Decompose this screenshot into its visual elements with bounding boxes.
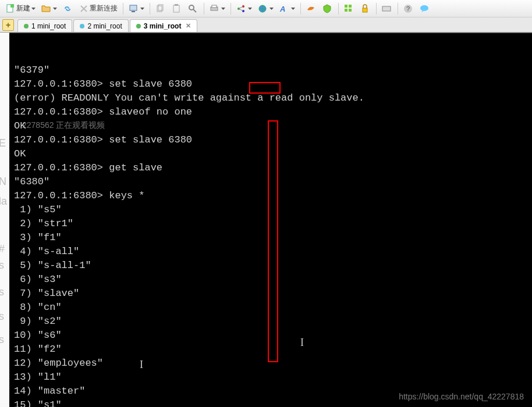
svg-point-27 [420, 5, 428, 11]
paste-button[interactable] [169, 3, 185, 15]
svg-rect-11 [212, 5, 217, 8]
chevron-down-icon [53, 8, 57, 10]
svg-rect-7 [175, 4, 178, 6]
close-icon[interactable]: ✕ [186, 22, 191, 30]
main-toolbar: 新建 重新连接 A ? [0, 0, 532, 17]
tab-label: 3 mini_root [144, 22, 182, 30]
lock-icon [360, 4, 370, 13]
search-button[interactable] [186, 3, 201, 15]
toolbar-separator [398, 3, 398, 15]
tab-1[interactable]: 1 mini_root [17, 19, 72, 32]
terminal-output: "6379"127.0.0.1:6380> set slave 6380(err… [14, 63, 527, 407]
tab-2[interactable]: 2 mini_root [73, 19, 128, 32]
svg-rect-1 [10, 4, 14, 8]
reconnect-button-label: 重新连接 [90, 3, 118, 13]
add-tab-button[interactable]: + [2, 19, 14, 31]
toolbar-separator [150, 3, 150, 15]
new-button[interactable]: 新建 [3, 2, 38, 15]
bird-button[interactable] [304, 3, 319, 15]
help-icon: ? [403, 4, 413, 13]
keyboard-button[interactable] [380, 3, 395, 15]
keyboard-icon [382, 4, 391, 13]
background-fragment: E N la # s s s s [0, 33, 9, 407]
new-file-icon [6, 4, 15, 13]
shield-icon [322, 4, 332, 13]
chevron-down-icon [140, 8, 144, 10]
chat-icon [420, 4, 429, 13]
svg-point-8 [189, 5, 194, 10]
status-dot-icon [136, 24, 141, 28]
toolbar-separator [204, 3, 204, 15]
copy-icon [155, 4, 165, 13]
svg-rect-3 [132, 11, 135, 12]
reconnect-button[interactable]: 重新连接 [77, 2, 120, 15]
link-button[interactable] [61, 3, 76, 15]
svg-rect-2 [130, 5, 137, 10]
chevron-down-icon [269, 8, 274, 10]
svg-rect-22 [349, 9, 352, 12]
toolbar-separator [338, 3, 339, 15]
svg-line-15 [239, 6, 243, 9]
tab-label: 1 mini_root [31, 22, 66, 30]
toolbar-separator [376, 3, 377, 15]
chevron-down-icon [221, 8, 225, 10]
svg-rect-21 [345, 9, 347, 12]
bird-icon [306, 4, 315, 13]
monitor-icon [129, 4, 138, 13]
svg-line-16 [239, 9, 243, 11]
tab-label: 2 mini_root [87, 22, 122, 30]
svg-text:?: ? [406, 5, 410, 12]
search-icon [188, 4, 197, 13]
watermark-text: https://blog.csdn.net/qq_42227818 [399, 390, 524, 404]
globe-button[interactable] [256, 3, 276, 15]
svg-text:A: A [279, 5, 285, 13]
reconnect-icon [79, 4, 88, 13]
chat-button[interactable] [417, 3, 432, 15]
font-icon: A [279, 4, 289, 13]
svg-line-9 [193, 9, 196, 12]
status-dot-icon [24, 24, 29, 28]
font-button[interactable]: A [277, 3, 297, 15]
security-button[interactable] [320, 3, 335, 15]
folder-open-button[interactable] [39, 3, 59, 15]
new-button-label: 新建 [16, 3, 30, 13]
toolbar-separator [123, 3, 123, 15]
grid-icon [344, 4, 353, 13]
lock-button[interactable] [358, 3, 373, 15]
print-button[interactable] [207, 3, 228, 15]
svg-rect-20 [349, 5, 352, 8]
tab-bar: + 1 mini_root 2 mini_root 3 mini_root ✕ [0, 17, 532, 33]
toolbar-separator [300, 3, 301, 15]
help-button[interactable]: ? [401, 3, 416, 15]
tab-3[interactable]: 3 mini_root ✕ [130, 19, 198, 32]
toolbar-separator [230, 3, 231, 15]
link-icon [63, 4, 72, 13]
globe-icon [258, 4, 267, 13]
chevron-down-icon [31, 8, 36, 10]
svg-rect-6 [173, 5, 179, 12]
grid-button[interactable] [342, 3, 357, 15]
share-button[interactable] [234, 3, 254, 15]
copy-button[interactable] [153, 3, 168, 15]
monitor-button[interactable] [126, 3, 147, 15]
chevron-down-icon [291, 8, 295, 10]
share-icon [236, 4, 246, 13]
svg-rect-19 [345, 5, 347, 8]
svg-rect-24 [382, 6, 391, 11]
terminal-pane[interactable]: "6379"127.0.0.1:6380> set slave 6380(err… [9, 33, 532, 407]
folder-open-icon [41, 4, 51, 13]
svg-rect-23 [363, 8, 367, 12]
chevron-down-icon [248, 8, 252, 10]
print-icon [210, 4, 219, 13]
status-dot-icon [80, 24, 84, 28]
paste-icon [172, 4, 181, 13]
